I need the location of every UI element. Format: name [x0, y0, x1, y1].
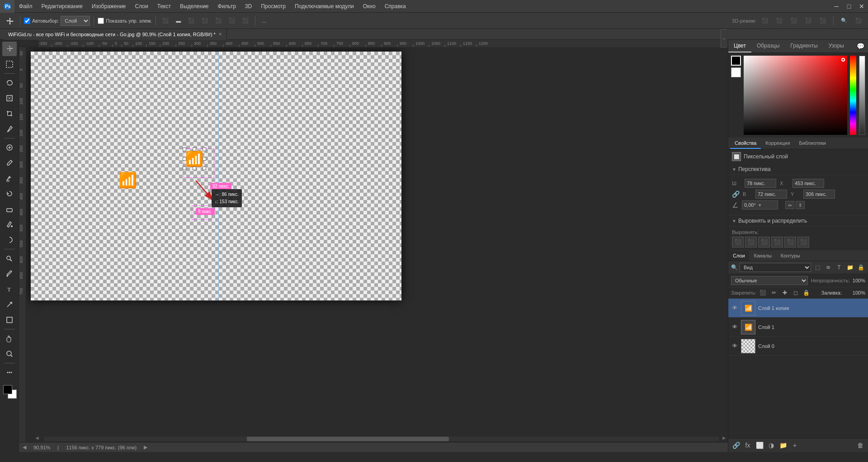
- handle-br[interactable]: [203, 167, 206, 170]
- extra-tools[interactable]: [2, 365, 17, 380]
- layers-new-group-btn[interactable]: 📁: [845, 263, 854, 272]
- angle-dropdown[interactable]: ▼: [758, 203, 762, 208]
- pen-tool[interactable]: [2, 267, 17, 281]
- align-right-btn[interactable]: ⬛: [758, 237, 770, 248]
- menu-edit[interactable]: Редактирование: [37, 1, 87, 11]
- menu-filter[interactable]: Фильтр: [213, 1, 241, 11]
- horizontal-scroll-right[interactable]: ▶: [722, 435, 726, 440]
- layer-item-1[interactable]: 👁 📶 Слой 1: [728, 318, 868, 337]
- text-tool[interactable]: T: [2, 282, 17, 296]
- foreground-color-picker[interactable]: [731, 56, 741, 66]
- color-alpha-slider[interactable]: [859, 56, 865, 135]
- workspace-button[interactable]: ⬛: [853, 15, 864, 27]
- minimize-button[interactable]: ─: [830, 0, 843, 13]
- layers-filter-select[interactable]: Вид Тип Имя Режим Атрибут Цвет: [740, 263, 811, 272]
- menu-select[interactable]: Выделение: [175, 1, 213, 11]
- handle-bm[interactable]: [193, 167, 196, 170]
- perspective-section-header[interactable]: ▼ Перспектива: [728, 164, 868, 175]
- fill-tool[interactable]: [2, 217, 17, 232]
- lasso-tool[interactable]: [2, 76, 17, 90]
- align-center-v-button[interactable]: ⬛: [212, 15, 224, 27]
- ltab-layers[interactable]: Слои: [728, 251, 750, 261]
- handle-bl[interactable]: [183, 167, 186, 170]
- blur-tool[interactable]: [2, 233, 17, 247]
- color-hue-slider[interactable]: [850, 56, 856, 135]
- object-select-tool[interactable]: [2, 91, 17, 105]
- menu-text[interactable]: Текст: [153, 1, 175, 11]
- align-section-header[interactable]: ▼ Выровнять и распределить: [728, 215, 868, 227]
- layer-visibility-1[interactable]: 👁: [731, 324, 738, 331]
- menu-help[interactable]: Справка: [380, 1, 410, 11]
- menu-view[interactable]: Просмотр: [256, 1, 290, 11]
- background-color-picker[interactable]: [731, 67, 741, 77]
- menu-3d[interactable]: 3D: [241, 1, 256, 11]
- autofill-checkbox[interactable]: [24, 18, 30, 24]
- maximize-button[interactable]: □: [843, 0, 855, 13]
- eraser-tool[interactable]: [2, 202, 17, 216]
- color-gradient-picker[interactable]: [744, 56, 847, 135]
- handle-tr[interactable]: [203, 148, 206, 151]
- eyedropper-tool[interactable]: [2, 122, 17, 136]
- horizontal-scrollbar[interactable]: [44, 437, 719, 441]
- wifi-icon-layer1[interactable]: 📶: [119, 171, 137, 189]
- align-center-v-btn[interactable]: ⬛: [784, 237, 796, 248]
- layer-visibility-2[interactable]: 👁: [731, 343, 738, 350]
- menu-window[interactable]: Окно: [359, 1, 380, 11]
- layer-item-0[interactable]: 👁 📶 Слой 1 копия: [728, 299, 868, 318]
- align-left-btn[interactable]: ⬛: [732, 237, 744, 248]
- angle-input[interactable]: 0,00° ▼: [742, 200, 778, 210]
- foreground-color-swatch[interactable]: [3, 385, 12, 394]
- hand-tool[interactable]: [2, 331, 17, 346]
- tab-color[interactable]: Цвет: [728, 40, 751, 52]
- new-layer-button[interactable]: +: [790, 440, 800, 450]
- layers-new-adj-btn[interactable]: ≋: [824, 263, 833, 272]
- distribute-button[interactable]: ⬛: [240, 15, 251, 27]
- show-transform-checkbox[interactable]: [98, 18, 104, 24]
- align-right-button[interactable]: ⬛: [185, 15, 197, 27]
- wifi-icon-selected[interactable]: 📶: [185, 150, 203, 167]
- handle-lm[interactable]: [183, 157, 186, 161]
- arrange-button[interactable]: ⬛: [774, 15, 785, 27]
- transform-3d-button[interactable]: ⬛: [788, 15, 800, 27]
- new-group-button[interactable]: 📁: [778, 440, 788, 450]
- add-mask-button[interactable]: ⬜: [755, 440, 764, 450]
- canvas-container[interactable]: 📶 📶: [26, 47, 728, 442]
- panel-collapse-button[interactable]: ‹: [721, 29, 727, 48]
- lock-all-button[interactable]: 🔒: [802, 289, 811, 297]
- orbit-button[interactable]: ⬛: [802, 15, 814, 27]
- 3d-mode-button[interactable]: ⬛: [759, 15, 771, 27]
- link-layers-button[interactable]: 🔗: [731, 440, 741, 450]
- tab-samples[interactable]: Образцы: [751, 40, 785, 52]
- path-select-tool[interactable]: [2, 297, 17, 312]
- dodge-tool[interactable]: [2, 251, 17, 266]
- lock-pixels-button[interactable]: ⬛: [759, 289, 767, 297]
- align-center-h-button[interactable]: ▬: [173, 15, 184, 27]
- handle-rm[interactable]: [203, 157, 206, 161]
- ptab-libraries[interactable]: Библиотеки: [794, 138, 830, 149]
- clone-stamp-tool[interactable]: [2, 171, 17, 186]
- ltab-channels[interactable]: Каналы: [750, 251, 776, 261]
- layers-text-btn[interactable]: T: [835, 263, 844, 272]
- layer-item-2[interactable]: 👁 Слой 0: [728, 337, 868, 356]
- align-bottom-btn[interactable]: ⬛: [797, 237, 809, 248]
- width-input[interactable]: [745, 179, 776, 188]
- ltab-paths[interactable]: Контуры: [776, 251, 805, 261]
- shape-tool[interactable]: [2, 313, 17, 327]
- history-brush-tool[interactable]: [2, 186, 17, 201]
- move-tool[interactable]: [2, 42, 17, 56]
- layer-select[interactable]: Слой Группа: [61, 16, 90, 26]
- video-button[interactable]: ⬛: [817, 15, 829, 27]
- align-left-button[interactable]: ⬛: [160, 15, 171, 27]
- handle-tl[interactable]: [183, 148, 186, 151]
- horizontal-scroll-left[interactable]: ◀: [35, 435, 39, 440]
- align-top-btn[interactable]: ⬛: [771, 237, 783, 248]
- menu-image[interactable]: Изображение: [87, 1, 131, 11]
- color-swatches[interactable]: [2, 384, 17, 399]
- lock-draw-button[interactable]: ✏: [770, 289, 778, 297]
- close-tab-button[interactable]: ✕: [218, 32, 222, 37]
- layer-visibility-0[interactable]: 👁: [731, 305, 738, 312]
- move-tool-button[interactable]: [4, 15, 16, 27]
- delete-layer-button[interactable]: 🗑: [855, 440, 865, 450]
- close-button[interactable]: ✕: [855, 0, 868, 13]
- lock-artboard-button[interactable]: ◻: [792, 289, 800, 297]
